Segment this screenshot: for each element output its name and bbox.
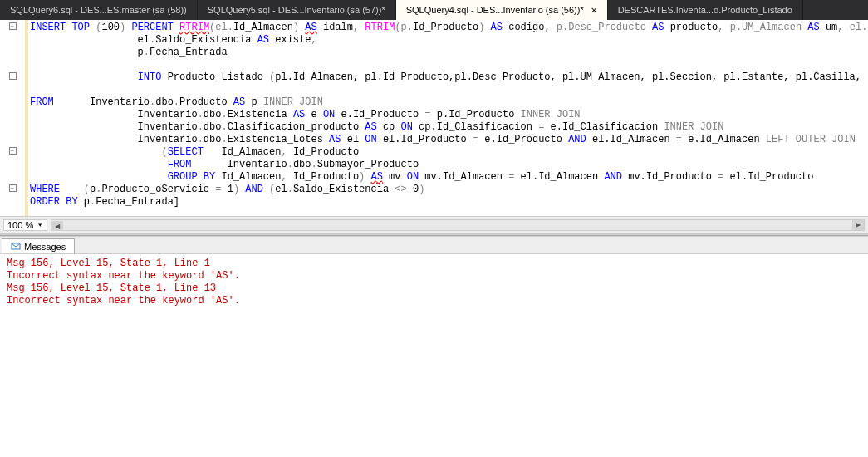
messages-icon (11, 242, 21, 252)
scroll-right-icon[interactable]: ▶ (852, 220, 864, 230)
tab-label: SQLQuery5.sql - DES...Inventario (sa (57… (208, 5, 385, 15)
collapse-icon[interactable]: − (9, 184, 17, 192)
horizontal-scrollbar[interactable]: ◀ ▶ (51, 219, 865, 231)
tab-sqlquery6[interactable]: SQLQuery6.sql - DES...ES.master (sa (58)… (0, 0, 198, 20)
scroll-left-icon[interactable]: ◀ (51, 221, 63, 231)
message-line: Incorrect syntax near the keyword 'AS'. (7, 295, 861, 307)
code-editor[interactable]: − − − − INSERT TOP (100) PERCENT RTRIM(e… (0, 20, 868, 216)
message-line: Msg 156, Level 15, State 1, Line 1 (7, 258, 861, 270)
tab-label: SQLQuery6.sql - DES...ES.master (sa (58)… (10, 5, 187, 15)
tab-sqlquery5[interactable]: SQLQuery5.sql - DES...Inventario (sa (57… (198, 0, 396, 20)
close-icon[interactable]: ✕ (591, 6, 597, 15)
tab-label: DESCARTES.Inventa...o.Producto_Listado (618, 5, 792, 15)
document-tabs: SQLQuery6.sql - DES...ES.master (sa (58)… (0, 0, 868, 20)
zoom-bar: 100 % ▼ ◀ ▶ (0, 216, 868, 233)
collapse-icon[interactable]: − (9, 72, 17, 80)
collapse-icon[interactable]: − (9, 147, 17, 155)
zoom-dropdown[interactable]: 100 % ▼ (3, 219, 47, 231)
message-line: Msg 156, Level 15, State 1, Line 13 (7, 283, 861, 295)
zoom-value: 100 % (7, 220, 33, 230)
tab-messages[interactable]: Messages (2, 238, 75, 253)
code-text[interactable]: INSERT TOP (100) PERCENT RTRIM(el.Id_Alm… (25, 20, 868, 216)
collapse-icon[interactable]: − (9, 22, 17, 30)
tab-sqlquery4[interactable]: SQLQuery4.sql - DES...Inventario (sa (56… (396, 0, 608, 20)
messages-panel[interactable]: Msg 156, Level 15, State 1, Line 1 Incor… (0, 254, 868, 457)
results-tabs: Messages (0, 236, 868, 254)
message-line: Incorrect syntax near the keyword 'AS'. (7, 270, 861, 283)
code-gutter: − − − − (0, 20, 25, 216)
tab-label: SQLQuery4.sql - DES...Inventario (sa (56… (406, 5, 584, 15)
tab-descartes[interactable]: DESCARTES.Inventa...o.Producto_Listado (608, 0, 803, 20)
chevron-down-icon: ▼ (37, 221, 43, 228)
results-tab-label: Messages (24, 242, 66, 252)
